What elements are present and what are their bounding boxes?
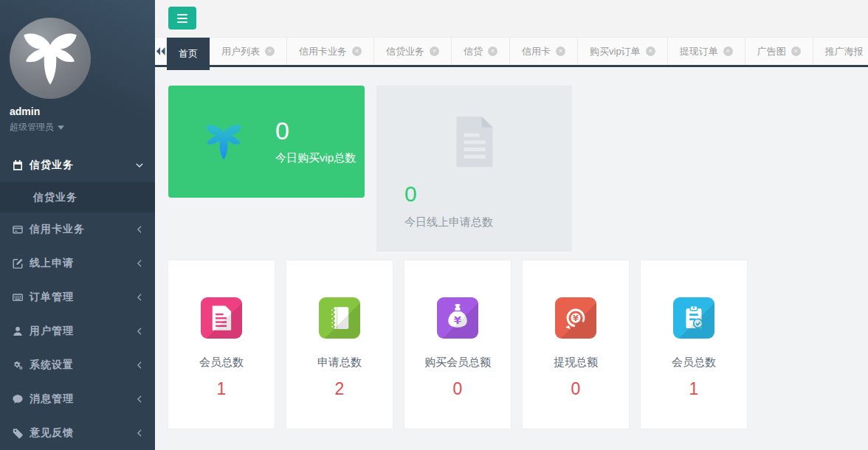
user-role-label: 超级管理员 — [10, 121, 54, 134]
tab[interactable]: 购买vip订单× — [578, 38, 668, 65]
tab-label: 用户列表 — [221, 45, 260, 58]
sidebar-item-label: 意见反馈 — [30, 426, 136, 440]
sidebar-item-8[interactable]: 意见反馈 — [0, 416, 155, 450]
tab-label: 推广海报 — [825, 45, 864, 58]
tab[interactable]: 用户列表× — [210, 38, 287, 65]
chevron-left-icon — [136, 395, 143, 403]
stat-card-label: 购买会员总额 — [404, 356, 511, 370]
tab[interactable]: 信用卡业务× — [287, 38, 374, 65]
tab[interactable]: 提现订单× — [668, 38, 745, 65]
dashboard-content: 0 今日购买vip总数 — [155, 68, 868, 450]
sidebar-item-label: 线上申请 — [30, 257, 136, 270]
chevron-left-icon — [136, 294, 143, 301]
tag-icon — [12, 427, 24, 439]
stat-card-value: 2 — [286, 379, 393, 399]
stat-card-value: 0 — [404, 379, 511, 399]
stat-card-4: ¥提现总额0 — [523, 260, 629, 429]
online-applications-card: 0 今日线上申请总数 — [376, 86, 572, 252]
user-icon — [12, 325, 24, 337]
document-icon — [201, 297, 242, 339]
tab[interactable]: 广告图× — [745, 38, 813, 65]
tab-label: 广告图 — [757, 45, 786, 58]
sidebar-item-label: 用户管理 — [30, 325, 136, 338]
sidebar-item-1[interactable]: 信贷业务 — [0, 148, 155, 182]
tab-label: 信用卡业务 — [299, 45, 347, 58]
sidebar-toggle-button[interactable] — [168, 7, 196, 30]
stat-card-5: 会员总数1 — [641, 260, 747, 429]
admin-dashboard: admin 超级管理员 信贷业务信贷业务信用卡业务线上申请订单管理用户管理系统设… — [0, 0, 868, 450]
sidebar-item-7[interactable]: 消息管理 — [0, 382, 155, 416]
tabs-collapse-button[interactable] — [155, 38, 167, 65]
chevron-down-icon — [136, 162, 143, 169]
stat-card-2: 申请总数2 — [286, 260, 393, 429]
sidebar-subitem-1[interactable]: 信贷业务 — [0, 182, 155, 212]
stat-card-label: 提现总额 — [523, 356, 629, 370]
online-applications-value: 0 — [404, 183, 572, 205]
tab-close-icon[interactable]: × — [556, 46, 565, 56]
tab[interactable]: 信用卡× — [510, 38, 578, 65]
svg-text:¥: ¥ — [454, 314, 462, 327]
user-role-dropdown[interactable]: 超级管理员 — [10, 121, 155, 134]
sidebar-item-5[interactable]: 用户管理 — [0, 314, 155, 348]
tab-label: 首页 — [179, 47, 198, 60]
stat-row: 会员总数1申请总数2¥购买会员总额0¥提现总额0会员总数1 — [168, 260, 868, 429]
tab-close-icon[interactable]: × — [791, 46, 801, 56]
money-bag-icon: ¥ — [437, 297, 478, 339]
tab-label: 购买vip订单 — [590, 45, 641, 58]
clipboard-check-icon — [673, 297, 714, 339]
tab-close-icon[interactable]: × — [430, 46, 439, 56]
chevron-left-icon — [136, 226, 143, 233]
notebook-icon — [319, 297, 360, 339]
bull-logo-icon — [18, 26, 83, 91]
keyboard-icon — [12, 291, 24, 303]
sidebar-item-label: 消息管理 — [30, 392, 136, 406]
tab-label: 信贷业务 — [386, 45, 424, 58]
hamburger-icon — [177, 14, 187, 15]
topbar — [155, 0, 868, 37]
edit-icon — [12, 257, 24, 269]
tab-active[interactable]: 首页 — [167, 38, 210, 70]
calendar-icon — [12, 159, 24, 171]
tab-label: 提现订单 — [680, 45, 718, 58]
sidebar-menu: 信贷业务信贷业务信用卡业务线上申请订单管理用户管理系统设置消息管理意见反馈 — [0, 148, 155, 450]
online-applications-label: 今日线上申请总数 — [404, 215, 572, 229]
withdraw-icon: ¥ — [555, 297, 596, 339]
avatar — [10, 18, 91, 99]
sidebar: admin 超级管理员 信贷业务信贷业务信用卡业务线上申请订单管理用户管理系统设… — [0, 0, 155, 450]
tab-label: 信贷 — [464, 45, 483, 58]
credit-card-icon — [12, 224, 24, 235]
gears-icon — [12, 359, 24, 371]
stat-card-value: 1 — [168, 379, 275, 399]
main-area: 首页用户列表×信用卡业务×信贷业务×信贷×信用卡×购买vip订单×提现订单×广告… — [155, 0, 868, 450]
stat-card-label: 会员总数 — [168, 356, 275, 370]
svg-text:¥: ¥ — [573, 313, 579, 323]
tab-close-icon[interactable]: × — [265, 46, 275, 56]
document-icon — [446, 113, 503, 170]
caret-down-icon — [58, 125, 64, 130]
sidebar-item-4[interactable]: 订单管理 — [0, 280, 155, 314]
stat-card-1: 会员总数1 — [168, 260, 275, 429]
chevron-left-icon — [136, 260, 143, 267]
tab[interactable]: 信贷× — [452, 38, 510, 65]
username: admin — [10, 105, 155, 117]
tab-close-icon[interactable]: × — [646, 46, 655, 56]
vip-purchases-label: 今日购买vip总数 — [275, 151, 356, 165]
double-chevron-left-icon — [155, 46, 166, 56]
tab[interactable]: 信贷业务× — [374, 38, 452, 65]
sidebar-item-label: 信贷业务 — [30, 159, 136, 172]
tab-close-icon[interactable]: × — [723, 46, 733, 56]
summary-row: 0 今日购买vip总数 — [168, 86, 868, 252]
stat-card-3: ¥购买会员总额0 — [404, 260, 511, 429]
tabs-list: 首页用户列表×信用卡业务×信贷业务×信贷×信用卡×购买vip订单×提现订单×广告… — [167, 38, 868, 70]
tab-close-icon[interactable]: × — [488, 46, 497, 56]
sidebar-item-label: 系统设置 — [30, 359, 136, 372]
sidebar-item-3[interactable]: 线上申请 — [0, 246, 155, 280]
tab[interactable]: 推广海报× — [813, 38, 868, 65]
sidebar-item-2[interactable]: 信用卡业务 — [0, 212, 155, 246]
stat-card-value: 0 — [523, 379, 629, 399]
sidebar-item-6[interactable]: 系统设置 — [0, 348, 155, 382]
tab-bar: 首页用户列表×信用卡业务×信贷业务×信贷×信用卡×购买vip订单×提现订单×广告… — [155, 37, 868, 68]
sidebar-item-label: 订单管理 — [30, 291, 136, 304]
tab-close-icon[interactable]: × — [352, 46, 362, 56]
stat-card-label: 申请总数 — [286, 356, 393, 370]
